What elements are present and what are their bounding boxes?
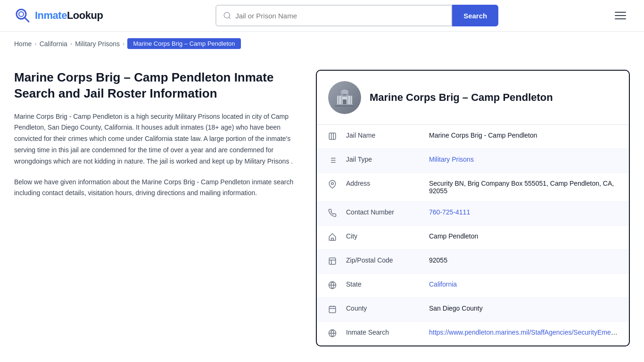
svg-point-23 — [331, 182, 334, 185]
jail-type-label: Jail Type — [346, 156, 421, 163]
svg-rect-26 — [329, 258, 336, 264]
breadcrumb-sep-2: › — [70, 40, 72, 47]
jail-type-value: Military Prisons — [429, 156, 618, 163]
contact-link[interactable]: 760-725-4111 — [429, 208, 470, 216]
county-value: San Diego County — [429, 304, 618, 312]
breadcrumb-home[interactable]: Home — [14, 40, 32, 48]
info-row-county: County San Diego County — [317, 298, 629, 322]
svg-point-3 — [224, 12, 230, 18]
county-label: County — [346, 304, 421, 312]
contact-icon — [328, 209, 339, 219]
svg-rect-9 — [338, 96, 339, 105]
state-icon — [328, 281, 339, 291]
right-column: Marine Corps Brig – Camp Pendleton Jail … — [316, 70, 630, 346]
state-link[interactable]: California — [429, 280, 457, 288]
state-label: State — [346, 280, 421, 288]
menu-line-3 — [615, 18, 626, 19]
address-label: Address — [346, 180, 421, 187]
logo-text: InmateLookup — [35, 9, 103, 22]
jail-name-icon — [328, 132, 339, 142]
contact-label: Contact Number — [346, 208, 421, 216]
jail-card-header: Marine Corps Brig – Camp Pendleton — [317, 71, 629, 125]
info-row-address: Address Security BN, Brig Company Box 55… — [317, 173, 629, 202]
logo[interactable]: InmateLookup — [14, 7, 103, 24]
info-row-state: State California — [317, 274, 629, 298]
breadcrumb-home-link[interactable]: Home — [14, 40, 32, 48]
site-header: InmateLookup Search — [0, 0, 644, 32]
jail-building-icon — [334, 87, 355, 108]
svg-rect-29 — [329, 306, 336, 313]
jail-avatar-image — [328, 81, 361, 114]
svg-rect-11 — [347, 96, 348, 105]
info-row-inmate-search: Inmate Search https://www.pendleton.mari… — [317, 322, 629, 346]
svg-point-1 — [19, 12, 24, 16]
menu-line-1 — [615, 12, 626, 13]
address-icon — [328, 180, 339, 190]
svg-rect-12 — [350, 96, 351, 105]
city-value: Camp Pendleton — [429, 232, 618, 240]
zip-label: Zip/Postal Code — [346, 256, 421, 264]
svg-rect-10 — [341, 96, 342, 105]
info-table: Jail Name Marine Corps Brig - Camp Pendl… — [317, 125, 629, 346]
svg-point-8 — [341, 90, 348, 94]
breadcrumb-current: Marine Corps Brig – Camp Pendleton — [127, 38, 240, 49]
contact-value: 760-725-4111 — [429, 208, 618, 216]
svg-line-2 — [25, 17, 29, 22]
breadcrumb-sep-3: › — [123, 40, 124, 47]
search-button[interactable]: Search — [452, 5, 498, 26]
breadcrumb-military[interactable]: Military Prisons — [75, 40, 120, 48]
logo-icon — [14, 7, 31, 24]
zip-icon — [328, 257, 339, 267]
jail-avatar — [328, 81, 361, 114]
svg-rect-25 — [331, 238, 334, 240]
page-description-1: Marine Corps Brig - Camp Pendleton is a … — [14, 111, 297, 167]
page-title: Marine Corps Brig – Camp Pendleton Inmat… — [14, 70, 297, 102]
breadcrumb-california-link[interactable]: California — [40, 40, 67, 48]
inmate-search-value: https://www.pendleton.marines.mil/StaffA… — [429, 329, 618, 336]
menu-line-2 — [615, 15, 626, 16]
breadcrumb-military-link[interactable]: Military Prisons — [75, 40, 120, 48]
state-value: California — [429, 280, 618, 288]
search-area: Search — [215, 5, 498, 26]
inmate-search-link[interactable]: https://www.pendleton.marines.mil/StaffA… — [429, 329, 618, 336]
jail-card: Marine Corps Brig – Camp Pendleton Jail … — [316, 70, 630, 346]
breadcrumb-california[interactable]: California — [40, 40, 67, 48]
info-row-zip: Zip/Postal Code 92055 — [317, 250, 629, 274]
menu-button[interactable] — [611, 8, 630, 23]
jail-type-icon — [328, 156, 339, 166]
city-icon — [328, 233, 339, 243]
svg-rect-15 — [335, 105, 354, 107]
info-row-jail-name: Jail Name Marine Corps Brig - Camp Pendl… — [317, 125, 629, 149]
svg-marker-24 — [329, 234, 336, 240]
breadcrumb: Home › California › Military Prisons › M… — [0, 32, 644, 56]
zip-value: 92055 — [429, 256, 618, 264]
svg-rect-16 — [329, 133, 336, 140]
main-content: Marine Corps Brig – Camp Pendleton Inmat… — [0, 56, 644, 362]
city-label: City — [346, 232, 421, 240]
jail-type-link[interactable]: Military Prisons — [429, 156, 474, 163]
county-icon — [328, 305, 339, 315]
search-input-wrap — [215, 5, 452, 26]
search-icon — [223, 11, 231, 20]
inmate-search-icon — [328, 329, 339, 339]
jail-card-name: Marine Corps Brig – Camp Pendleton — [370, 91, 553, 104]
jail-name-label: Jail Name — [346, 132, 421, 139]
breadcrumb-sep-1: › — [34, 40, 36, 47]
inmate-search-label: Inmate Search — [346, 329, 421, 336]
info-row-contact: Contact Number 760-725-4111 — [317, 202, 629, 226]
svg-line-4 — [229, 17, 231, 18]
address-value: Security BN, Brig Company Box 555051, Ca… — [429, 180, 618, 195]
search-input[interactable] — [235, 12, 445, 20]
info-row-jail-type: Jail Type Military Prisons — [317, 149, 629, 173]
page-description-2: Below we have given information about th… — [14, 177, 297, 199]
jail-name-value: Marine Corps Brig - Camp Pendleton — [429, 132, 618, 139]
left-column: Marine Corps Brig – Camp Pendleton Inmat… — [14, 70, 316, 199]
info-row-city: City Camp Pendleton — [317, 226, 629, 250]
